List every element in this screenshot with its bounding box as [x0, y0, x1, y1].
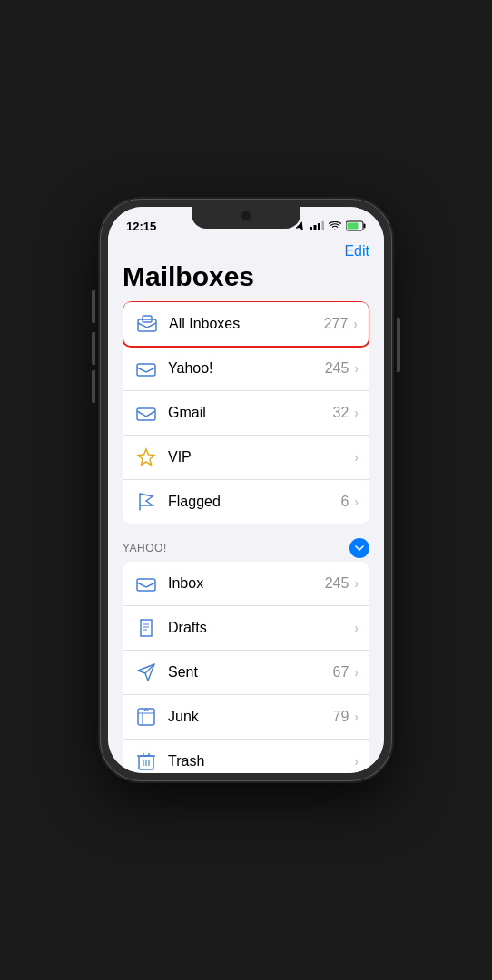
list-item-drafts[interactable]: Drafts ›	[123, 606, 369, 651]
svg-rect-5	[364, 224, 366, 229]
junk-count: 79	[333, 709, 349, 725]
inbox-icon	[133, 571, 159, 596]
svg-rect-1	[314, 225, 317, 230]
wifi-icon	[329, 221, 341, 230]
vip-icon	[133, 445, 159, 470]
sent-label: Sent	[168, 664, 333, 681]
gmail-count: 32	[333, 405, 349, 421]
sent-count: 67	[333, 664, 349, 681]
all-inboxes-chevron: ›	[353, 317, 358, 331]
list-item-flagged[interactable]: Flagged 6 ›	[123, 480, 369, 524]
drafts-label: Drafts	[168, 620, 349, 636]
list-item-yahoo[interactable]: Yahoo! 245 ›	[123, 347, 369, 391]
status-time: 12:15	[126, 220, 156, 233]
page-title: Mailboxes	[108, 260, 384, 301]
gmail-label: Gmail	[168, 405, 333, 421]
junk-label: Junk	[168, 709, 333, 725]
flagged-label: Flagged	[168, 494, 340, 510]
gmail-chevron: ›	[354, 406, 359, 420]
yahoo-chevron: ›	[354, 361, 359, 376]
signal-icon	[310, 221, 324, 230]
camera	[241, 211, 251, 220]
sent-chevron: ›	[354, 665, 359, 680]
vip-chevron: ›	[354, 450, 359, 465]
yahoo-count: 245	[325, 360, 349, 377]
battery-icon	[346, 220, 366, 231]
flagged-count: 6	[340, 494, 349, 510]
svg-rect-0	[310, 227, 312, 230]
edit-button[interactable]: Edit	[344, 243, 369, 260]
top-list-section: All Inboxes 277 › Yahoo! 245 ›	[123, 301, 369, 524]
list-item-inbox[interactable]: Inbox 245 ›	[123, 562, 369, 606]
drafts-icon	[133, 615, 159, 641]
list-item-all-inboxes[interactable]: All Inboxes 277 ›	[123, 301, 369, 348]
all-inboxes-count: 277	[324, 316, 349, 332]
flagged-icon	[133, 489, 159, 514]
list-item-gmail[interactable]: Gmail 32 ›	[123, 391, 369, 436]
yahoo-section-header: YAHOO!	[108, 531, 384, 562]
collapse-button[interactable]	[349, 538, 369, 558]
svg-rect-3	[322, 221, 325, 230]
list-item-trash[interactable]: Trash ›	[123, 740, 369, 773]
svg-rect-11	[137, 579, 155, 591]
junk-icon	[133, 704, 159, 730]
status-icons	[296, 220, 366, 231]
svg-rect-2	[318, 223, 320, 230]
all-inboxes-label: All Inboxes	[169, 316, 324, 332]
flagged-chevron: ›	[354, 495, 359, 509]
yahoo-label: Yahoo!	[168, 360, 325, 377]
svg-rect-16	[138, 709, 154, 725]
list-item-junk[interactable]: Junk 79 ›	[123, 695, 369, 740]
gmail-icon	[133, 400, 159, 426]
inbox-chevron: ›	[354, 576, 359, 591]
svg-rect-10	[137, 408, 155, 420]
trash-icon	[133, 749, 159, 773]
notch	[192, 207, 300, 229]
list-item-sent[interactable]: Sent 67 ›	[123, 651, 369, 695]
sent-icon	[133, 660, 159, 685]
svg-rect-9	[137, 364, 155, 376]
header: Edit	[108, 240, 384, 260]
phone-frame: 12:15	[101, 200, 391, 780]
inbox-label: Inbox	[168, 575, 325, 592]
yahoo-list-section: Inbox 245 › Drafts	[123, 562, 369, 773]
drafts-chevron: ›	[354, 621, 359, 635]
trash-chevron: ›	[354, 754, 359, 769]
svg-rect-7	[138, 319, 156, 331]
trash-label: Trash	[168, 753, 349, 769]
phone-screen: 12:15	[108, 207, 384, 773]
list-item-vip[interactable]: VIP ›	[123, 436, 369, 480]
svg-rect-6	[348, 223, 359, 230]
yahoo-section-label: YAHOO!	[123, 542, 167, 554]
all-inboxes-icon	[134, 311, 160, 337]
vip-label: VIP	[168, 449, 349, 466]
junk-chevron: ›	[354, 710, 359, 724]
yahoo-inbox-icon	[133, 356, 159, 381]
inbox-count: 245	[325, 575, 349, 592]
main-content: Edit Mailboxes All Inboxes 277	[108, 240, 384, 773]
